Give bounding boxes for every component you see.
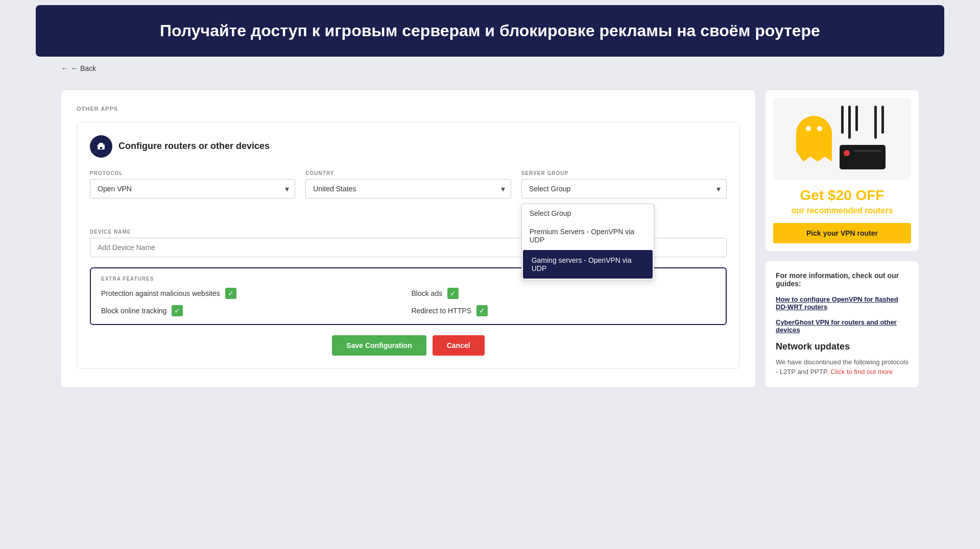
router-promo: Get $20 OFF our recommended routers Pick…: [766, 90, 919, 251]
svg-rect-2: [99, 143, 103, 145]
info-heading: For more information, check out our guid…: [776, 271, 909, 288]
country-label: COUNTRY: [305, 170, 511, 176]
right-panel: Get $20 OFF our recommended routers Pick…: [766, 90, 919, 387]
feature-https: Redirect to HTTPS ✓: [412, 305, 716, 316]
feature-malicious-label: Protection against malicious websites: [101, 289, 220, 297]
features-grid: Protection against malicious websites ✓ …: [101, 288, 715, 316]
cancel-button[interactable]: Cancel: [433, 335, 485, 356]
server-group-label: SERVER GROUP: [521, 170, 727, 176]
back-arrow-icon: ←: [61, 64, 68, 72]
feature-tracking: Block online tracking ✓: [101, 305, 405, 316]
feature-tracking-checkbox[interactable]: ✓: [172, 305, 183, 316]
dropdown-item-select-group[interactable]: Select Group: [522, 204, 654, 222]
router-image-area: [773, 98, 911, 180]
svg-rect-3: [100, 147, 102, 149]
dropdown-item-gaming[interactable]: Gaming servers - OpenVPN via UDP: [523, 250, 653, 279]
protocol-select[interactable]: Open VPN: [90, 179, 295, 198]
feature-tracking-label: Block online tracking: [101, 307, 166, 315]
country-select[interactable]: United States: [305, 179, 511, 198]
server-group-group: SERVER GROUP Select Group Select Group P…: [521, 170, 727, 198]
server-group-dropdown: Select Group Premium Servers - OpenVPN v…: [521, 204, 654, 280]
promo-subtitle: our recommended routers: [773, 206, 911, 215]
config-title: Configure routers or other devices: [118, 141, 270, 152]
info-link-2[interactable]: CyberGhost VPN for routers and other dev…: [776, 318, 909, 334]
config-card: Configure routers or other devices PROTO…: [77, 122, 740, 369]
country-group: COUNTRY United States: [305, 170, 511, 198]
banner-text: Получайте доступ к игровым серверам и бл…: [160, 21, 820, 40]
other-apps-label: OTHER APPS: [77, 106, 740, 112]
save-button[interactable]: Save Configuration: [332, 335, 426, 356]
config-logo: [90, 135, 112, 158]
feature-ads-checkbox[interactable]: ✓: [447, 288, 459, 299]
config-header: Configure routers or other devices: [90, 135, 727, 158]
back-button[interactable]: ← ← Back: [61, 64, 919, 72]
info-section: For more information, check out our guid…: [766, 261, 919, 387]
feature-https-checkbox[interactable]: ✓: [476, 305, 488, 316]
network-updates-text: We have discontinued the following proto…: [776, 357, 909, 377]
pick-router-button[interactable]: Pick your VPN router: [773, 223, 911, 243]
form-row-1: PROTOCOL Open VPN COUNTRY United States: [90, 170, 727, 198]
feature-ads: Block ads ✓: [412, 288, 716, 299]
dropdown-item-premium[interactable]: Premium Servers - OpenVPN via UDP: [522, 222, 654, 249]
network-updates-link[interactable]: Click to find out more: [830, 368, 893, 376]
back-label: ← Back: [71, 64, 96, 72]
feature-malicious-checkbox[interactable]: ✓: [225, 288, 236, 299]
protocol-group: PROTOCOL Open VPN: [90, 170, 295, 198]
info-link-1[interactable]: How to configure OpenVPN for flashed DD-…: [776, 295, 909, 311]
server-group-select[interactable]: Select Group: [521, 179, 727, 198]
feature-ads-label: Block ads: [412, 289, 443, 297]
left-panel: OTHER APPS Configure routers or other de…: [61, 90, 755, 387]
banner: Получайте доступ к игровым серверам и бл…: [36, 5, 944, 57]
promo-price: Get $20 OFF: [773, 187, 911, 204]
feature-https-label: Redirect to HTTPS: [412, 307, 471, 315]
network-updates-title: Network updates: [776, 341, 909, 352]
feature-malicious: Protection against malicious websites ✓: [101, 288, 405, 299]
form-actions: Save Configuration Cancel: [90, 335, 727, 356]
protocol-label: PROTOCOL: [90, 170, 295, 176]
